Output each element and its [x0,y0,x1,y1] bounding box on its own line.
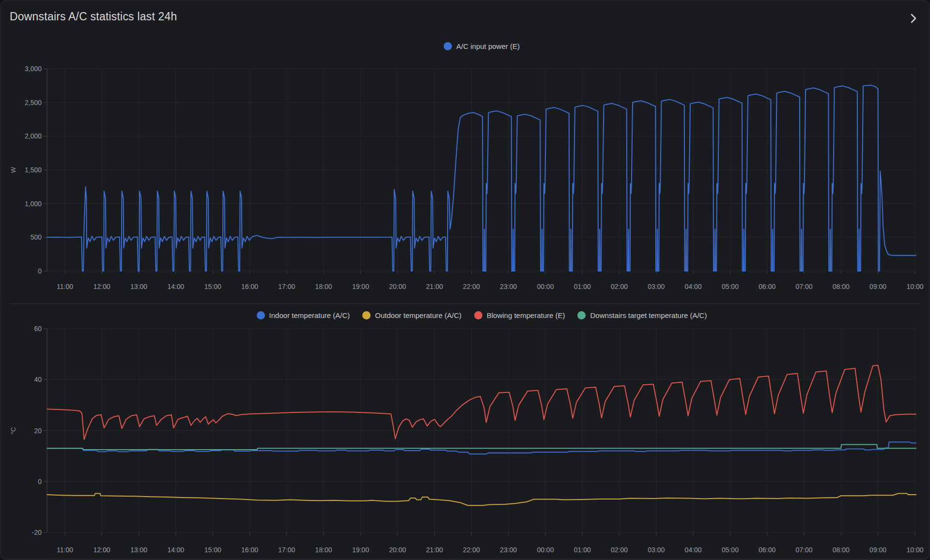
legend-series-label: Downstairs target temperature (A/C) [590,311,707,319]
x-tick-label: 22:00 [463,283,480,290]
x-tick-label: 06:00 [759,283,775,290]
x-tick-label: 00:00 [537,283,554,290]
x-tick-label: 06:00 [759,546,775,554]
x-tick-label: 22:00 [463,546,480,554]
x-tick-label: 18:00 [315,546,332,554]
axis-unit-label: °C [10,427,17,435]
x-tick-label: 09:00 [869,546,886,554]
temperatures-chart: 11:0012:0013:0014:0015:0016:0017:0018:00… [10,325,924,554]
x-tick-label: 18:00 [315,283,332,290]
series-line-a-c-input-power-e- [47,85,916,271]
axis-unit-label: W [10,166,17,173]
legend-series-dot-icon [362,311,371,319]
x-tick-label: 23:00 [500,546,517,554]
legend-series-dot-icon [257,311,265,319]
y-tick-label: 40 [34,376,42,383]
x-tick-label: 12:00 [93,283,110,290]
series-line-outdoor-temperature-a-c- [47,494,916,506]
x-tick-label: 16:00 [241,283,258,290]
y-tick-label: 500 [31,233,42,241]
x-tick-label: 05:00 [722,283,739,290]
y-tick-label: -20 [32,529,42,536]
x-tick-label: 03:00 [648,546,665,554]
x-tick-label: 00:00 [537,546,554,554]
x-tick-label: 05:00 [722,546,739,554]
y-tick-label: 0 [38,267,42,275]
legend-item[interactable]: Indoor temperature (A/C) [257,311,350,319]
x-tick-label: 10:00 [906,283,923,290]
x-tick-label: 01:00 [574,546,591,554]
x-tick-label: 09:00 [869,283,886,290]
x-tick-label: 02:00 [611,546,628,554]
x-tick-label: 13:00 [130,546,147,554]
x-tick-label: 19:00 [352,283,369,290]
x-tick-label: 10:00 [906,546,923,554]
x-tick-label: 19:00 [352,546,369,554]
y-tick-label: 2,500 [25,99,42,106]
y-tick-label: 0 [38,478,42,485]
y-tick-label: 60 [34,325,42,333]
x-tick-label: 04:00 [685,546,702,554]
legend-series-dot-icon [474,311,482,319]
legend-item[interactable]: Downstairs target temperature (A/C) [577,311,707,319]
series-line-downstairs-target-temperature-a-c- [47,444,916,450]
x-tick-label: 17:00 [278,546,295,554]
x-tick-label: 08:00 [833,546,850,554]
legend-item[interactable]: Blowing temperature (E) [474,311,565,319]
x-tick-label: 16:00 [241,546,258,554]
y-tick-label: 20 [34,427,42,435]
y-tick-label: 2,000 [25,132,42,140]
y-tick-label: 1,500 [25,166,42,174]
x-tick-label: 21:00 [426,283,443,290]
legend-series-dot-icon [577,311,586,319]
x-tick-label: 03:00 [648,283,665,290]
charts-canvas: 11:0012:0013:0014:0015:0016:0017:0018:00… [1,1,930,560]
power-chart: 11:0012:0013:0014:0015:0016:0017:0018:00… [10,65,924,290]
x-tick-label: 11:00 [57,283,73,290]
panel-divider [9,303,921,304]
x-tick-label: 14:00 [167,546,184,554]
legend-series-label: Blowing temperature (E) [487,311,565,319]
x-tick-label: 20:00 [389,283,406,290]
x-tick-label: 08:00 [833,283,850,290]
x-tick-label: 04:00 [685,283,702,290]
x-tick-label: 15:00 [204,283,221,290]
x-tick-label: 15:00 [204,546,221,554]
temperature-chart-legend: Indoor temperature (A/C)Outdoor temperat… [47,309,916,321]
x-tick-label: 20:00 [389,546,406,554]
x-tick-label: 13:00 [130,283,147,290]
x-tick-label: 23:00 [500,283,517,290]
x-tick-label: 12:00 [93,546,110,554]
x-tick-label: 11:00 [57,546,73,554]
x-tick-label: 21:00 [426,546,443,554]
legend-item[interactable]: Outdoor temperature (A/C) [362,311,461,319]
legend-series-label: Indoor temperature (A/C) [269,311,350,319]
x-tick-label: 07:00 [796,546,813,554]
x-tick-label: 01:00 [574,283,591,290]
x-tick-label: 07:00 [796,283,813,290]
x-tick-label: 14:00 [167,283,184,290]
y-tick-label: 1,000 [25,200,42,208]
dashboard-panel: Downstairs A/C statistics last 24h A/C i… [0,0,930,560]
x-tick-label: 17:00 [278,283,295,290]
series-line-blowing-temperature-e- [47,365,916,439]
x-tick-label: 02:00 [611,283,628,290]
y-tick-label: 3,000 [25,65,42,73]
legend-series-label: Outdoor temperature (A/C) [375,311,461,319]
